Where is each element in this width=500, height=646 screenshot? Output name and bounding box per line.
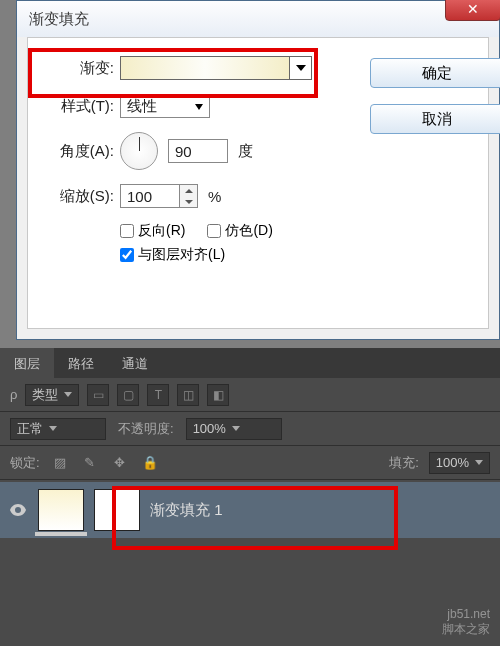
filter-adjust-icon[interactable]: ▢ [117,384,139,406]
style-label: 样式(T): [42,97,114,116]
fill-input[interactable]: 100% [429,452,490,474]
cancel-button[interactable]: 取消 [370,104,500,134]
gradient-dropdown-button[interactable] [290,56,312,80]
align-checkbox[interactable]: 与图层对齐(L) [120,246,225,264]
ok-button[interactable]: 确定 [370,58,500,88]
tab-paths[interactable]: 路径 [54,348,108,378]
lock-transparency-icon[interactable]: ▨ [50,453,70,473]
style-select[interactable]: 线性 [120,94,210,118]
angle-label: 角度(A): [42,142,114,161]
gradient-fill-dialog: 渐变填充 ✕ 渐变: 样式(T): 线性 角度(A): 90 度 缩放(S): … [16,0,500,340]
filter-smart-icon[interactable]: ◧ [207,384,229,406]
chevron-down-icon [64,392,72,397]
opacity-input[interactable]: 100% [186,418,282,440]
angle-wheel[interactable] [120,132,158,170]
filter-type-icon[interactable]: T [147,384,169,406]
tab-channels[interactable]: 通道 [108,348,162,378]
chevron-down-icon [296,65,306,71]
scale-label: 缩放(S): [42,187,114,206]
filter-row: ρ 类型 ▭ ▢ T ◫ ◧ [0,378,500,412]
fill-label: 填充: [389,454,419,472]
chevron-down-icon [195,104,203,110]
layers-panel: 图层 路径 通道 ρ 类型 ▭ ▢ T ◫ ◧ 正常 不透明度: 100% 锁定… [0,348,500,646]
blend-row: 正常 不透明度: 100% [0,412,500,446]
filter-pixel-icon[interactable]: ▭ [87,384,109,406]
filter-shape-icon[interactable]: ◫ [177,384,199,406]
layer-name[interactable]: 渐变填充 1 [150,501,223,520]
angle-input[interactable]: 90 [168,139,228,163]
layer-thumbnail[interactable] [38,489,84,531]
scale-input[interactable]: 100 [120,184,180,208]
dialog-titlebar[interactable]: 渐变填充 [17,1,499,37]
lock-all-icon[interactable]: 🔒 [140,453,160,473]
scale-stepper[interactable] [180,184,198,208]
chevron-down-icon [232,426,240,431]
angle-unit: 度 [238,142,253,161]
panel-tabs: 图层 路径 通道 [0,348,500,378]
lock-label: 锁定: [10,454,40,472]
watermark: jb51.net 脚本之家 [442,607,490,638]
chevron-up-icon [185,189,193,193]
style-value: 线性 [127,97,157,116]
scale-unit: % [208,188,221,205]
visibility-toggle[interactable] [8,500,28,520]
tab-layers[interactable]: 图层 [0,348,54,378]
lock-paint-icon[interactable]: ✎ [80,453,100,473]
close-button[interactable]: ✕ [445,0,500,21]
gradient-preview[interactable] [120,56,290,80]
layer-mask-thumbnail[interactable] [94,489,140,531]
lock-row: 锁定: ▨ ✎ ✥ 🔒 填充: 100% [0,446,500,480]
blend-mode-select[interactable]: 正常 [10,418,106,440]
eye-icon [10,504,26,516]
lock-position-icon[interactable]: ✥ [110,453,130,473]
filter-kind-select[interactable]: 类型 [25,384,79,406]
layer-row[interactable]: 渐变填充 1 [0,482,500,538]
dither-checkbox[interactable]: 仿色(D) [207,222,272,240]
chevron-down-icon [185,200,193,204]
reverse-checkbox[interactable]: 反向(R) [120,222,185,240]
chevron-down-icon [49,426,57,431]
opacity-label: 不透明度: [118,420,174,438]
chevron-down-icon [475,460,483,465]
gradient-label: 渐变: [42,59,114,78]
dialog-title: 渐变填充 [29,10,89,29]
